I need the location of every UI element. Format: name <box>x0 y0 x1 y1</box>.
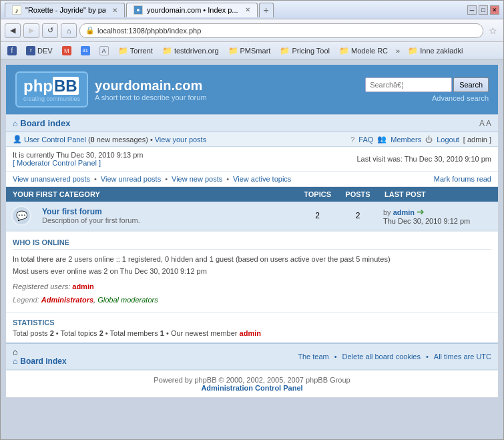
bookmark-inne-label: Inne zakładki <box>420 47 463 55</box>
board-index-link[interactable]: Board index <box>13 118 70 128</box>
bookmark-fb[interactable]: f <box>3 44 21 57</box>
registered-user-link[interactable]: admin <box>72 282 93 290</box>
search-button[interactable]: Search <box>453 77 489 92</box>
sep-bullet-3: • <box>166 329 171 337</box>
mod-panel-link[interactable]: [ Moderator Control Panel ] <box>13 159 101 167</box>
bookmark-modele[interactable]: 📁 Modele RC <box>335 44 392 57</box>
bookmark-pricing-label: Pricing Tool <box>292 47 330 55</box>
tab-phpbb[interactable]: ● yourdomain.com • Index p... ✕ <box>126 3 258 17</box>
tab-close-phpbb[interactable]: ✕ <box>245 6 250 13</box>
bookmark-fb-icon: f <box>7 46 17 55</box>
search-input[interactable] <box>365 77 452 92</box>
address-bar[interactable]: 🔒 localhost:1308/phpbb/index.php <box>79 23 483 38</box>
the-team-link[interactable]: The team <box>298 353 328 361</box>
new-posts-link[interactable]: View new posts <box>172 175 222 183</box>
delete-cookies-link[interactable]: Delete all board cookies <box>342 353 421 361</box>
page-inner: phpBB creating communities yourdomain.co… <box>6 65 498 397</box>
maximize-button[interactable]: □ <box>479 5 488 15</box>
admin-panel-link[interactable]: Administration Control Panel <box>201 384 302 392</box>
goto-last-post-icon[interactable]: ➜ <box>417 206 425 217</box>
faq-icon: ? <box>350 136 354 144</box>
registered-label: Registered users: <box>13 282 70 290</box>
bookmark-folder-icon-modele: 📁 <box>339 46 349 55</box>
title-bar: ♪ "Roxette - Joyride" by pad... ✕ ● your… <box>1 1 503 19</box>
phpbb-logo: phpBB creating communities <box>15 71 88 107</box>
view-your-posts-link[interactable]: View your posts <box>155 136 206 144</box>
user-control-panel-link[interactable]: User Control Panel <box>24 136 86 144</box>
minimize-button[interactable]: ─ <box>467 5 477 15</box>
forum-name[interactable]: Your first forum <box>42 207 292 216</box>
online-text: In total there are 2 users online :: 1 r… <box>13 255 391 263</box>
active-topics-link[interactable]: View active topics <box>233 175 291 183</box>
bookmark-a[interactable]: A <box>95 44 113 57</box>
unread-posts-link[interactable]: View unread posts <box>101 175 161 183</box>
logout-icon: ⏻ <box>425 136 433 144</box>
bookmark-fb2[interactable]: f DEV <box>22 44 57 57</box>
footer-sep-2: • <box>426 353 429 361</box>
sep-bullet-2: • <box>105 329 110 337</box>
newest-member-link[interactable]: admin <box>240 329 261 337</box>
faq-link[interactable]: FAQ <box>358 136 373 144</box>
tab-close-music[interactable]: ✕ <box>112 7 117 14</box>
footer-nav: ⌂ Board index The team • Delete all boar… <box>6 343 498 370</box>
bookmark-folder-icon-testdriven: 📁 <box>162 46 172 55</box>
bookmark-gmail[interactable]: M <box>58 44 75 57</box>
footer-links-right: The team • Delete all board cookies • Al… <box>298 353 491 361</box>
close-button[interactable]: ✕ <box>490 5 499 15</box>
total-topics-value: 2 <box>99 329 103 337</box>
address-text: localhost:1308/phpbb/index.php <box>97 27 201 35</box>
site-description: A short text to describe your forum <box>95 93 207 101</box>
site-name: yourdomain.com <box>95 78 207 93</box>
lastpost-username[interactable]: admin <box>393 208 415 216</box>
advanced-search-link[interactable]: Advanced search <box>432 94 489 102</box>
members-link[interactable]: Members <box>391 136 421 144</box>
bookmark-torrent[interactable]: 📁 Torrent <box>114 44 157 57</box>
home-button[interactable]: ⌂ <box>61 23 77 38</box>
bookmark-inne[interactable]: 📁 Inne zakładki <box>404 44 467 57</box>
bookmark-a-icon: A <box>99 46 109 55</box>
bookmark-31-icon: 31 <box>81 46 90 55</box>
members-icon: 👥 <box>377 135 387 144</box>
bookmark-31[interactable]: 31 <box>77 44 94 57</box>
forum-description: Description of your first forum. <box>42 216 292 224</box>
unanswered-posts-link[interactable]: View unanswered posts <box>13 175 90 183</box>
tab-label-phpbb: yourdomain.com • Index p... <box>147 6 238 14</box>
new-messages-text: (0 new messages) • <box>88 136 153 144</box>
most-users-text: Most users ever online was 2 on Thu Dec … <box>13 267 207 275</box>
lastpost-header: LAST POST <box>378 187 498 202</box>
bookmark-testdriven[interactable]: 📁 testdriven.org <box>158 44 223 57</box>
logout-link[interactable]: Logout <box>437 136 459 144</box>
footer-board-index-link[interactable]: Board index <box>13 357 67 366</box>
bottom-footer: Powered by phpBB © 2000, 2002, 2005, 200… <box>6 370 498 397</box>
lastpost-by-label: by <box>383 208 391 216</box>
bookmark-pmsmart[interactable]: 📁 PMSmart <box>224 44 275 57</box>
logo-area: phpBB creating communities yourdomain.co… <box>15 71 207 107</box>
bookmark-modele-label: Modele RC <box>351 47 388 55</box>
logo-text: phpBB <box>23 84 79 93</box>
bookmark-pricing[interactable]: 📁 Pricing Tool <box>276 44 334 57</box>
tab-music[interactable]: ♪ "Roxette - Joyride" by pad... ✕ <box>5 3 125 17</box>
last-visit: Last visit was: Thu Dec 30, 2010 9:10 pm <box>356 155 491 163</box>
bookmark-folder-icon-torrent: 📁 <box>118 46 128 55</box>
lastpost-time: Thu Dec 30, 2010 9:12 pm <box>383 217 470 225</box>
separator-2: • <box>165 175 168 183</box>
back-button[interactable]: ◀ <box>5 23 21 38</box>
user-icon: 👤 <box>13 135 22 144</box>
bookmarks-more[interactable]: » <box>393 47 403 55</box>
footer-sep-1: • <box>334 353 337 361</box>
global-moderators-link[interactable]: Global moderators <box>97 296 158 304</box>
forum-info-cell: Your first forum Description of your fir… <box>37 202 297 230</box>
total-posts-label: Total posts <box>13 329 48 337</box>
mark-forums-read-link[interactable]: Mark forums read <box>434 175 491 183</box>
refresh-button[interactable]: ↺ <box>42 23 58 38</box>
new-messages-count: 0 <box>91 136 95 144</box>
bookmark-folder-icon-inne: 📁 <box>408 46 418 55</box>
user-bar-right: ? FAQ 👥 Members ⏻ Logout [ admin ] <box>350 135 491 144</box>
new-tab-button[interactable]: + <box>259 3 274 17</box>
board-nav: Board index A A <box>6 114 498 132</box>
font-size-controls[interactable]: A A <box>479 119 491 128</box>
forward-button[interactable]: ▶ <box>23 23 39 38</box>
tab-favicon-phpbb: ● <box>134 5 143 15</box>
bookmark-star[interactable]: ☆ <box>486 24 499 37</box>
administrators-link[interactable]: Administrators <box>41 296 93 304</box>
